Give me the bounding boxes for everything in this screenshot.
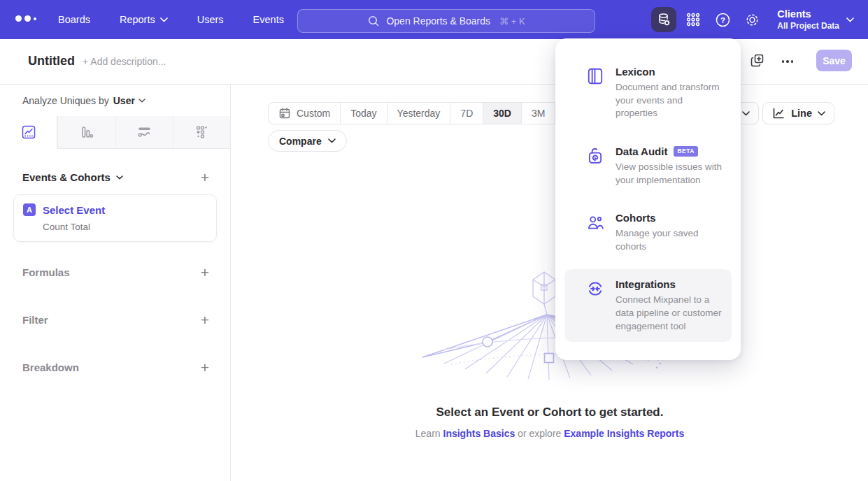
chevron-down-icon <box>160 17 168 22</box>
menu-item-desc: Connect Mixpanel to a data pipeline or c… <box>616 294 723 333</box>
date-range-label: Today <box>350 108 376 119</box>
menu-item-cohorts[interactable]: Cohorts Manage your saved cohorts <box>564 203 732 262</box>
data-management-button[interactable] <box>651 7 676 32</box>
search-shortcut: ⌘ + K <box>499 16 525 27</box>
search-placeholder: Open Reports & Boards <box>386 15 490 27</box>
apps-grid-button[interactable] <box>681 7 706 32</box>
series-badge: A <box>23 203 36 216</box>
add-breakdown-button[interactable]: + <box>201 360 209 375</box>
date-range-label: Custom <box>297 108 330 119</box>
menu-item-desc: Document and transform your events and p… <box>616 81 723 120</box>
event-query-card[interactable]: A Select Event Count Total <box>13 194 217 242</box>
nav-label: Boards <box>58 14 90 25</box>
breakdown-label: Breakdown <box>22 361 79 373</box>
date-range-label: 30D <box>493 108 511 119</box>
mixpanel-logo-icon[interactable] <box>15 15 36 22</box>
date-range-today[interactable]: Today <box>340 103 386 124</box>
top-navbar: Boards Reports Users Events Open Reports… <box>0 0 868 39</box>
analyze-value-dropdown[interactable]: User <box>113 95 135 106</box>
compare-dropdown[interactable]: Compare <box>268 130 347 152</box>
filter-section: Filter + <box>0 313 230 327</box>
audit-lock-icon <box>586 145 604 187</box>
empty-state-links: Learn Insights Basics or explore Example… <box>232 428 868 439</box>
date-range-control: Custom Today Yesterday 7D 30D 3M 6M <box>268 102 590 124</box>
chevron-down-icon <box>818 111 825 116</box>
more-actions-button[interactable] <box>778 53 797 70</box>
analyze-row: Analyze Uniques by User <box>0 85 230 116</box>
settings-gear-icon <box>744 12 760 28</box>
analyze-label: Analyze Uniques by <box>22 95 109 106</box>
viz-tab-metric[interactable] <box>173 116 230 149</box>
line-chart-icon <box>771 106 785 120</box>
example-reports-link[interactable]: Example Insights Reports <box>564 428 684 439</box>
explore-middle: or explore <box>515 428 564 439</box>
add-formula-button[interactable]: + <box>201 265 209 280</box>
chevron-down-icon <box>138 99 145 103</box>
org-name: Clients <box>777 8 839 20</box>
nav-item-boards[interactable]: Boards <box>58 14 90 25</box>
data-management-menu: Lexicon Document and transform your even… <box>555 38 741 360</box>
calendar-icon <box>278 107 291 120</box>
settings-button[interactable] <box>739 7 764 32</box>
project-name: All Project Data <box>777 21 839 31</box>
select-event-button[interactable]: Select Event <box>43 204 105 216</box>
events-cohorts-label: Events & Cohorts <box>22 171 111 183</box>
global-search-input[interactable]: Open Reports & Boards ⌘ + K <box>297 9 595 33</box>
add-event-button[interactable]: + <box>201 170 209 185</box>
menu-item-desc: Manage your saved cohorts <box>616 227 723 253</box>
empty-state-title: Select an Event or Cohort to get started… <box>232 405 868 419</box>
chevron-down-icon <box>742 111 750 116</box>
nav-right-cluster: ? Clients All Project Data <box>647 0 868 39</box>
project-switcher[interactable]: Clients All Project Data <box>777 8 854 31</box>
menu-item-title: Integrations <box>616 278 676 290</box>
svg-text:?: ? <box>720 15 725 24</box>
date-range-30d[interactable]: 30D <box>483 103 521 124</box>
nav-item-users[interactable]: Users <box>197 14 224 25</box>
save-button[interactable]: Save <box>816 50 852 71</box>
events-cohorts-toggle[interactable]: Events & Cohorts <box>22 171 123 183</box>
chevron-down-icon <box>116 175 123 180</box>
data-management-icon <box>656 12 671 27</box>
date-range-label: Yesterday <box>397 108 441 119</box>
menu-item-title: Data Audit <box>616 145 667 157</box>
menu-item-title: Lexicon <box>616 66 655 78</box>
add-filter-button[interactable]: + <box>201 313 209 327</box>
add-description-field[interactable]: + Add description... <box>83 56 166 67</box>
filter-label: Filter <box>22 314 48 326</box>
visualization-tabs <box>0 116 230 149</box>
duplicate-report-button[interactable] <box>750 53 764 68</box>
date-range-3m[interactable]: 3M <box>521 103 555 124</box>
formulas-section: Formulas + <box>0 265 230 280</box>
nav-label: Events <box>253 14 284 25</box>
viz-tab-flow[interactable] <box>115 116 173 149</box>
report-title[interactable]: Untitled <box>28 54 75 69</box>
nav-item-events[interactable]: Events <box>253 14 284 25</box>
line-chart-icon <box>21 124 36 140</box>
chevron-down-icon <box>846 17 854 22</box>
chart-type-dropdown[interactable]: Line <box>762 102 834 124</box>
date-range-yesterday[interactable]: Yesterday <box>387 103 450 124</box>
menu-item-integrations[interactable]: Integrations Connect Mixpanel to a data … <box>564 269 732 342</box>
query-builder-sidebar: Analyze Uniques by User <box>0 85 231 481</box>
date-range-7d[interactable]: 7D <box>450 103 483 124</box>
help-icon: ? <box>715 12 731 28</box>
beta-badge: BETA <box>674 146 698 157</box>
compare-label: Compare <box>279 136 322 147</box>
nav-label: Users <box>197 14 224 25</box>
menu-item-lexicon[interactable]: Lexicon Document and transform your even… <box>564 57 732 129</box>
flow-icon <box>136 124 152 141</box>
nav-item-reports[interactable]: Reports <box>120 14 168 25</box>
report-canvas: Custom Today Yesterday 7D 30D 3M 6M Line… <box>232 85 868 481</box>
help-button[interactable]: ? <box>710 7 735 32</box>
nav-label: Reports <box>120 14 155 25</box>
viz-tab-line-chart[interactable] <box>0 116 57 149</box>
menu-item-title: Cohorts <box>616 212 656 224</box>
events-cohorts-header: Events & Cohorts + <box>0 170 230 185</box>
count-type-selector[interactable]: Count Total <box>43 222 207 232</box>
date-range-custom[interactable]: Custom <box>269 103 340 124</box>
viz-tab-bar-chart[interactable] <box>57 116 115 149</box>
menu-item-data-audit[interactable]: Data Audit BETA View possible issues wit… <box>564 136 732 196</box>
insights-basics-link[interactable]: Insights Basics <box>443 428 515 439</box>
breakdown-section: Breakdown + <box>0 360 230 375</box>
search-icon <box>367 15 380 27</box>
